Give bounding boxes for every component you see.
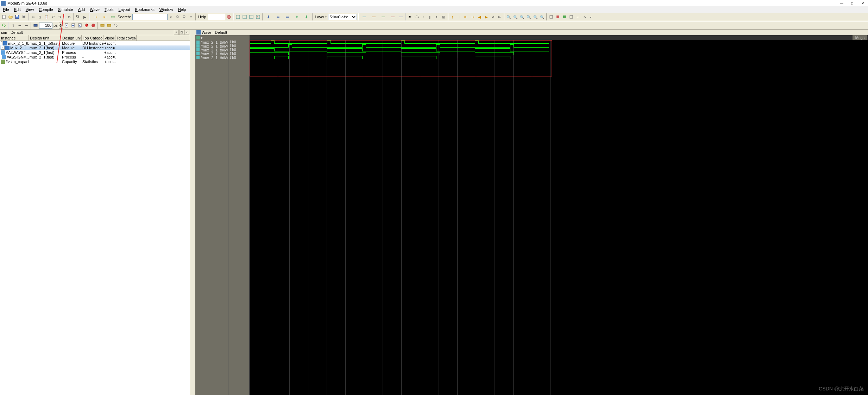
- tree-row[interactable]: #vsim_capacity#CapacityStatistics+acc=..…: [0, 59, 190, 64]
- object-filter-3[interactable]: [379, 14, 388, 20]
- zoom-last-button[interactable]: 🔍: [539, 14, 545, 20]
- copy-button[interactable]: ⎘: [37, 14, 43, 20]
- bookmark-prev-button[interactable]: ⊲: [490, 14, 496, 20]
- paste-button[interactable]: 📋: [43, 14, 50, 20]
- menu-wave[interactable]: Wave: [88, 7, 102, 12]
- col-top-category[interactable]: Top Category: [82, 35, 103, 41]
- waveform[interactable]: [250, 48, 868, 52]
- tree-row[interactable]: #ALWAYS#...mux_2_1(fast)Process-+acc=...: [0, 50, 190, 55]
- col-visibility[interactable]: Visibility: [103, 35, 115, 41]
- waveform[interactable]: [250, 52, 868, 56]
- signal-row[interactable]: /mux_2_1_tb/Mux_...: [195, 44, 228, 48]
- run-button[interactable]: [63, 22, 70, 29]
- signal-names-column[interactable]: /mux_2_1_tb/Mux_.../mux_2_1_tb/Mux_.../m…: [195, 40, 228, 395]
- panel-max-button[interactable]: □: [179, 30, 184, 35]
- search-all-button[interactable]: ≡: [188, 14, 194, 20]
- radix-oct-button[interactable]: [568, 14, 574, 20]
- redo-button[interactable]: ↷: [57, 14, 63, 20]
- cursor-prev-button[interactable]: ⇐: [273, 14, 283, 20]
- signal-values-header[interactable]: [228, 35, 250, 40]
- bookmark-next-button[interactable]: ⊳: [496, 14, 503, 20]
- close-button[interactable]: ✕: [857, 0, 868, 6]
- radix-bin-button[interactable]: [548, 14, 554, 20]
- falling-edge-button[interactable]: ↓: [456, 14, 463, 20]
- next-edge-button[interactable]: ⇥: [470, 14, 476, 20]
- literal-mode-button[interactable]: ⌐: [575, 14, 581, 20]
- object-filter-1[interactable]: [360, 14, 369, 20]
- search-prev-button[interactable]: [181, 14, 188, 20]
- signal-values-column[interactable]: 1'h01'h01'h01'h01'h0: [228, 40, 250, 395]
- maximize-button[interactable]: □: [847, 0, 857, 6]
- menu-edit[interactable]: Edit: [12, 7, 23, 12]
- find-button[interactable]: [75, 14, 81, 20]
- show-drivers-button[interactable]: ⇥: [91, 14, 100, 20]
- signal-names-header[interactable]: ▾: [195, 35, 228, 40]
- menu-bookmarks[interactable]: Bookmarks: [133, 7, 157, 12]
- panel-splitter[interactable]: [190, 30, 195, 395]
- sim-tree[interactable]: -mux_2_1_tbmux_2_1_tb(fast)ModuleDU Inst…: [0, 41, 190, 395]
- step-out-button[interactable]: [106, 22, 112, 29]
- radix-hex-button[interactable]: [555, 14, 561, 20]
- zoom-out-button[interactable]: 🔍: [512, 14, 518, 20]
- zoom-in-button[interactable]: 🔍: [505, 14, 512, 20]
- tree-expander[interactable]: -: [1, 46, 5, 50]
- panel-pin-button[interactable]: +: [174, 30, 179, 35]
- waveform[interactable]: [250, 40, 868, 44]
- find-prev-transition-button[interactable]: ⬆: [293, 14, 302, 20]
- signal-row[interactable]: /mux_2_1_tb/Mux_...: [195, 56, 228, 60]
- menu-compile[interactable]: Compile: [37, 7, 55, 12]
- stop-button[interactable]: [90, 22, 96, 29]
- menu-view[interactable]: View: [24, 7, 36, 12]
- search-next-button[interactable]: [175, 14, 181, 20]
- event-mode-button[interactable]: ⌐: [588, 14, 595, 20]
- zoom-mode-button[interactable]: [414, 14, 420, 20]
- menu-window[interactable]: Window: [157, 7, 175, 12]
- menu-add[interactable]: Add: [76, 7, 87, 12]
- menu-layout[interactable]: Layout: [117, 7, 132, 12]
- next-button[interactable]: ▶: [82, 14, 88, 20]
- run-length-input[interactable]: [39, 23, 52, 29]
- step-over-button[interactable]: [99, 22, 106, 29]
- minimize-button[interactable]: —: [836, 0, 847, 6]
- tree-expander[interactable]: -: [1, 41, 2, 45]
- zoom-full-button[interactable]: 🔍: [519, 14, 525, 20]
- cursor-next-button[interactable]: ⇒: [283, 14, 292, 20]
- signal-row[interactable]: /mux_2_1_tb/Mux_...: [195, 40, 228, 44]
- object-filter-2[interactable]: [369, 14, 378, 20]
- add-list-button[interactable]: [241, 14, 248, 20]
- break-button[interactable]: [83, 22, 90, 29]
- panel-close-button[interactable]: ×: [184, 30, 189, 35]
- radix-dec-button[interactable]: [561, 14, 568, 20]
- zoom-cursor-button[interactable]: 🔍: [526, 14, 532, 20]
- layout-select[interactable]: Simulate: [328, 14, 357, 20]
- edge-next-button[interactable]: ▶: [483, 14, 489, 20]
- signal-row[interactable]: /mux_2_1_tb/Mux_...: [195, 52, 228, 56]
- cursor-add-button[interactable]: ⬇: [264, 14, 273, 20]
- tree-row[interactable]: -mux_2_1_tbmux_2_1_tb(fast)ModuleDU Inst…: [0, 41, 190, 45]
- waveform[interactable]: [250, 56, 868, 60]
- restart-button[interactable]: [1, 22, 7, 29]
- settings-button[interactable]: ⚙: [66, 14, 72, 20]
- cut-button[interactable]: ✂: [30, 14, 36, 20]
- col-instance[interactable]: Instance: [0, 35, 29, 41]
- wave-expand-button[interactable]: ⫿: [427, 14, 433, 20]
- show-readers-button[interactable]: ⇤: [100, 14, 109, 20]
- nav-up-button[interactable]: ⬆: [10, 22, 16, 29]
- open-button[interactable]: [7, 14, 14, 20]
- step-into-button[interactable]: [32, 22, 39, 29]
- nav-fwd-button[interactable]: ➡: [23, 22, 30, 29]
- waveform-area[interactable]: [250, 40, 868, 395]
- wave-collapse-button[interactable]: ⫾: [434, 14, 440, 20]
- help-input[interactable]: [208, 14, 225, 20]
- menu-simulate[interactable]: Simulate: [56, 7, 75, 12]
- nav-back-button[interactable]: ⬅: [17, 22, 23, 29]
- run-all-button[interactable]: [77, 22, 83, 29]
- step-return-button[interactable]: [113, 22, 119, 29]
- search-dropdown[interactable]: ▾: [168, 14, 174, 20]
- select-mode-button[interactable]: [407, 14, 413, 20]
- col-design-unit-type[interactable]: Design unit type: [61, 35, 82, 41]
- rising-edge-button[interactable]: ↑: [449, 14, 456, 20]
- search-input[interactable]: [132, 14, 168, 20]
- add-log-button[interactable]: [248, 14, 254, 20]
- tree-row[interactable]: -Mux_2_1mux_2_1(fast)ModuleDU Instance+a…: [0, 45, 190, 50]
